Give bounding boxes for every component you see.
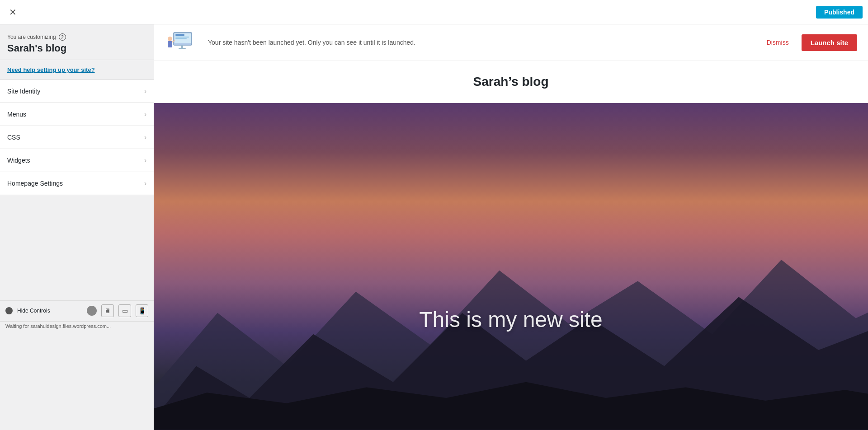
close-button[interactable]: ✕ bbox=[5, 5, 20, 19]
mobile-view-button[interactable]: 📱 bbox=[136, 304, 148, 317]
svg-rect-5 bbox=[181, 45, 183, 48]
close-icon: ✕ bbox=[9, 7, 17, 18]
launch-banner: Your site hasn't been launched yet. Only… bbox=[154, 24, 868, 61]
blog-name: Sarah’s blog bbox=[163, 75, 859, 89]
top-bar: ✕ Published bbox=[0, 0, 868, 24]
nav-item-widgets[interactable]: Widgets › bbox=[0, 149, 154, 172]
help-link[interactable]: Need help setting up your site? bbox=[0, 60, 154, 80]
mobile-icon: 📱 bbox=[138, 307, 146, 314]
svg-rect-6 bbox=[179, 48, 186, 49]
desktop-view-button[interactable]: 🖥 bbox=[101, 304, 114, 317]
bottom-bar: Hide Controls 🖥 ▭ 📱 bbox=[0, 300, 154, 321]
svg-rect-8 bbox=[168, 41, 172, 47]
chevron-icon-site-identity: › bbox=[144, 87, 146, 95]
circle-button[interactable] bbox=[87, 306, 97, 316]
svg-rect-3 bbox=[175, 37, 189, 37]
sidebar-empty-area bbox=[0, 195, 154, 300]
blog-preview: Sarah’s blog This is my new site bbox=[154, 61, 868, 430]
nav-item-homepage-settings[interactable]: Homepage Settings › bbox=[0, 172, 154, 195]
customizing-text: You are customizing bbox=[7, 34, 56, 40]
nav-item-label-menus: Menus bbox=[7, 111, 26, 118]
nav-item-menus[interactable]: Menus › bbox=[0, 103, 154, 126]
nav-item-site-identity[interactable]: Site Identity › bbox=[0, 80, 154, 103]
dismiss-button[interactable]: Dismiss bbox=[761, 35, 794, 50]
banner-illustration bbox=[165, 29, 201, 56]
chevron-icon-homepage-settings: › bbox=[144, 179, 146, 187]
status-bar: Waiting for sarahuidesign.files.wordpres… bbox=[0, 321, 154, 430]
sidebar-header: You are customizing ? Sarah's blog bbox=[0, 24, 154, 60]
tablet-icon: ▭ bbox=[122, 307, 128, 314]
blog-title: Sarah's blog bbox=[7, 42, 146, 54]
nav-item-label-widgets: Widgets bbox=[7, 157, 30, 164]
chevron-icon-menus: › bbox=[144, 110, 146, 118]
nav-items-list: Site Identity › Menus › CSS › Widgets › … bbox=[0, 80, 154, 195]
illustration-svg bbox=[165, 29, 201, 56]
nav-item-label-css: CSS bbox=[7, 134, 20, 141]
hide-controls-icon bbox=[5, 307, 13, 314]
banner-message: Your site hasn't been launched yet. Only… bbox=[208, 39, 754, 46]
published-button[interactable]: Published bbox=[816, 6, 863, 19]
preview-area: Your site hasn't been launched yet. Only… bbox=[154, 24, 868, 430]
nav-item-css[interactable]: CSS › bbox=[0, 126, 154, 149]
desktop-icon: 🖥 bbox=[104, 307, 111, 314]
chevron-icon-widgets: › bbox=[144, 156, 146, 164]
chevron-icon-css: › bbox=[144, 133, 146, 141]
help-icon[interactable]: ? bbox=[59, 33, 66, 41]
hero-text: This is my new site bbox=[419, 307, 602, 332]
customizing-label: You are customizing ? bbox=[7, 33, 146, 41]
hide-controls-label: Hide Controls bbox=[17, 308, 50, 314]
svg-point-7 bbox=[168, 37, 172, 41]
launch-site-button[interactable]: Launch site bbox=[802, 34, 857, 51]
tablet-view-button[interactable]: ▭ bbox=[118, 304, 131, 317]
blog-header: Sarah’s blog bbox=[154, 61, 868, 103]
status-text: Waiting for sarahuidesign.files.wordpres… bbox=[5, 323, 111, 329]
svg-rect-2 bbox=[175, 34, 184, 36]
main-layout: You are customizing ? Sarah's blog Need … bbox=[0, 24, 868, 430]
svg-rect-4 bbox=[175, 38, 187, 39]
nav-item-label-homepage-settings: Homepage Settings bbox=[7, 180, 63, 187]
nav-item-label-site-identity: Site Identity bbox=[7, 88, 40, 95]
hide-controls-button[interactable]: Hide Controls bbox=[17, 308, 50, 314]
hero-area: This is my new site bbox=[154, 103, 868, 430]
sidebar: You are customizing ? Sarah's blog Need … bbox=[0, 24, 154, 430]
